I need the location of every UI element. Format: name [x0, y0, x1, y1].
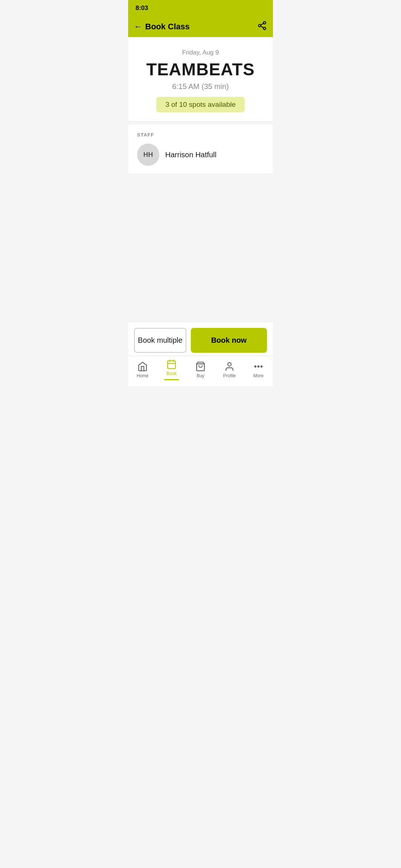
svg-point-10 — [228, 362, 231, 366]
book-icon — [166, 359, 177, 369]
content-spacer — [128, 173, 273, 322]
more-icon — [253, 361, 264, 372]
staff-label: STAFF — [137, 132, 264, 138]
status-time: 8:03 — [136, 4, 148, 12]
tab-bar: Home Book Buy Profi — [128, 356, 273, 386]
staff-avatar: HH — [137, 144, 159, 166]
book-now-button[interactable]: Book now — [191, 328, 267, 353]
svg-line-4 — [261, 23, 263, 25]
spots-badge: 3 of 10 spots available — [156, 97, 244, 112]
svg-line-3 — [261, 26, 263, 28]
back-button[interactable]: ← Book Class — [134, 22, 190, 32]
buy-icon — [195, 361, 206, 372]
tab-buy[interactable]: Buy — [186, 361, 215, 378]
tab-book-label: Book — [166, 371, 176, 376]
class-name: TEAMBEATS — [137, 59, 264, 79]
tab-more-label: More — [253, 373, 263, 378]
home-icon — [137, 361, 148, 372]
class-date: Friday, Aug 9 — [137, 49, 264, 56]
tab-profile[interactable]: Profile — [215, 361, 244, 378]
status-bar: 8:03 — [128, 0, 273, 16]
share-icon[interactable] — [257, 21, 267, 33]
svg-point-11 — [255, 366, 256, 367]
back-icon: ← — [134, 22, 142, 32]
tab-home[interactable]: Home — [128, 361, 157, 378]
class-info-section: Friday, Aug 9 TEAMBEATS 6:15 AM (35 min)… — [128, 37, 273, 122]
tab-profile-label: Profile — [223, 373, 236, 378]
svg-rect-5 — [168, 361, 176, 369]
tab-book-indicator — [164, 379, 179, 380]
staff-section: STAFF HH Harrison Hatfull — [128, 125, 273, 173]
tab-home-label: Home — [137, 373, 149, 378]
tab-book[interactable]: Book — [157, 359, 186, 380]
book-multiple-button[interactable]: Book multiple — [134, 328, 186, 353]
header-title: Book Class — [145, 22, 190, 32]
svg-point-13 — [261, 366, 262, 367]
header: ← Book Class — [128, 16, 273, 37]
profile-icon — [224, 361, 235, 372]
class-time: 6:15 AM (35 min) — [137, 82, 264, 91]
bottom-buttons: Book multiple Book now — [128, 322, 273, 356]
tab-more[interactable]: More — [244, 361, 273, 378]
staff-member[interactable]: HH Harrison Hatfull — [137, 144, 264, 166]
svg-point-12 — [258, 366, 259, 367]
tab-buy-label: Buy — [197, 373, 205, 378]
staff-name: Harrison Hatfull — [165, 151, 216, 159]
